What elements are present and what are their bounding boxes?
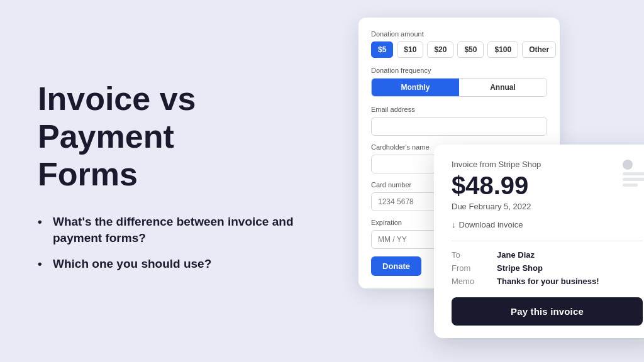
amount-100[interactable]: $100: [487, 41, 518, 58]
invoice-due: Due February 5, 2022: [452, 202, 643, 211]
main-title: Invoice vs Payment Forms: [38, 80, 321, 193]
bullet-item-2: Which one you should use?: [38, 256, 321, 273]
memo-value: Thanks for your business!: [497, 277, 599, 286]
from-value: Stripe Shop: [497, 263, 543, 273]
bullet-item-1: What's the difference between invoice an…: [38, 214, 321, 247]
download-text: Download invoice: [459, 220, 523, 229]
doc-icon: [623, 160, 644, 187]
right-section: Donation amount $5 $10 $20 $50 $100 Othe…: [352, 0, 644, 362]
invoice-amount: $48.99: [452, 172, 643, 199]
amount-10[interactable]: $10: [397, 41, 423, 58]
donation-amounts: $5 $10 $20 $50 $100 Other: [371, 41, 547, 58]
memo-key: Memo: [452, 277, 482, 286]
to-value: Jane Diaz: [497, 250, 535, 260]
amount-20[interactable]: $20: [427, 41, 453, 58]
donation-amount-label: Donation amount: [371, 30, 547, 38]
freq-monthly[interactable]: Monthly: [372, 79, 459, 96]
frequency-label: Donation frequency: [371, 67, 547, 74]
pay-invoice-button[interactable]: Pay this invoice: [452, 297, 643, 326]
to-row: To Jane Diaz: [452, 250, 643, 260]
donate-button[interactable]: Donate: [371, 256, 421, 276]
doc-line-2: [623, 178, 644, 181]
from-row: From Stripe Shop: [452, 263, 643, 273]
doc-line-1: [623, 172, 644, 175]
doc-line-3: [623, 184, 638, 187]
invoice-card: Invoice from Stripe Shop $48.99 Due Febr…: [434, 145, 644, 338]
invoice-details: To Jane Diaz From Stripe Shop Memo Thank…: [452, 250, 643, 286]
download-arrow-icon: ↓: [452, 220, 456, 229]
divider: [452, 241, 643, 241]
to-key: To: [452, 250, 482, 260]
bullet-list: What's the difference between invoice an…: [38, 214, 321, 273]
invoice-from: Invoice from Stripe Shop: [452, 160, 643, 169]
frequency-selector: Monthly Annual: [371, 78, 547, 97]
from-key: From: [452, 263, 482, 273]
freq-annual[interactable]: Annual: [459, 79, 547, 96]
amount-50[interactable]: $50: [457, 41, 484, 58]
amount-5[interactable]: $5: [371, 41, 393, 58]
email-label: Email address: [371, 106, 547, 113]
left-section: Invoice vs Payment Forms What's the diff…: [0, 49, 352, 312]
doc-circle: [623, 160, 633, 170]
download-invoice-link[interactable]: ↓ Download invoice: [452, 220, 643, 229]
email-input[interactable]: [371, 117, 547, 136]
memo-row: Memo Thanks for your business!: [452, 277, 643, 286]
amount-other[interactable]: Other: [522, 41, 556, 58]
